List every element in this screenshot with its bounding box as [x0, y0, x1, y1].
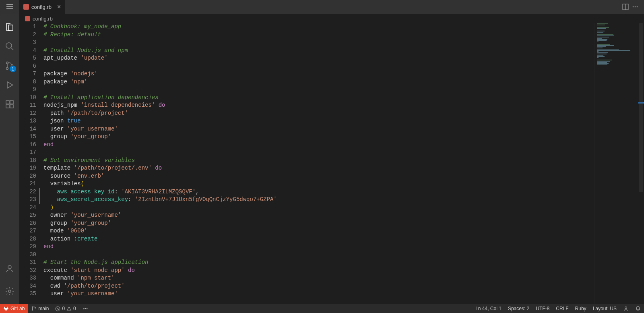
svg-point-15	[8, 290, 11, 292]
split-editor-icon[interactable]	[622, 4, 629, 10]
svg-rect-10	[6, 101, 9, 104]
svg-rect-12	[10, 105, 13, 108]
breadcrumb-filename: config.rb	[33, 16, 53, 22]
search-icon[interactable]	[0, 37, 19, 56]
status-layout[interactable]: Layout: US	[590, 304, 620, 313]
svg-point-16	[32, 307, 33, 307]
status-language[interactable]: Ruby	[572, 304, 590, 313]
app-menu-button[interactable]	[0, 0, 19, 14]
scrollbar-thumb[interactable]	[639, 23, 643, 192]
ruby-file-icon	[23, 4, 29, 10]
svg-point-8	[6, 68, 8, 70]
svg-point-17	[32, 310, 33, 311]
svg-point-7	[6, 62, 8, 64]
svg-rect-13	[10, 101, 13, 104]
svg-point-24	[625, 307, 627, 309]
svg-point-3	[635, 6, 636, 8]
scm-badge: 1	[10, 66, 16, 72]
accounts-icon[interactable]	[0, 259, 19, 278]
svg-point-18	[35, 307, 36, 308]
editor[interactable]: 1234567891011121314151617181920212223242…	[19, 23, 644, 304]
breadcrumb[interactable]: config.rb	[19, 14, 644, 23]
activity-bar: 1	[0, 14, 19, 304]
status-notifications-icon[interactable]	[632, 304, 644, 313]
svg-point-2	[633, 6, 634, 8]
close-tab-icon[interactable]: ×	[57, 3, 61, 10]
ruby-file-icon	[25, 16, 30, 21]
main-area: 1 config.rb 1234567891011121314151617181…	[0, 14, 644, 304]
status-eol[interactable]: CRLF	[553, 304, 572, 313]
status-indentation[interactable]: Spaces: 2	[505, 304, 533, 313]
svg-point-5	[6, 43, 12, 48]
status-branch[interactable]: main	[28, 304, 52, 313]
status-encoding[interactable]: UTF-8	[533, 304, 553, 313]
line-number-gutter: 1234567891011121314151617181920212223242…	[19, 23, 43, 304]
editor-tab[interactable]: config.rb ×	[19, 0, 65, 14]
status-bar: GitLab main 0 0 Ln 44, Col 1 Spaces: 2 U…	[0, 304, 644, 313]
status-problems[interactable]: 0 0	[52, 304, 79, 313]
status-feedback-icon[interactable]	[620, 304, 632, 313]
code-content[interactable]: # Cookbook: my_node_app# Recipe: default…	[43, 23, 594, 304]
source-control-icon[interactable]: 1	[0, 56, 19, 75]
status-gitlab[interactable]: GitLab	[0, 304, 28, 313]
minimap[interactable]	[594, 23, 638, 304]
svg-point-14	[8, 265, 11, 269]
scrollbar-vertical[interactable]	[638, 23, 644, 304]
status-cursor[interactable]: Ln 44, Col 1	[472, 304, 505, 313]
svg-point-23	[85, 308, 86, 309]
run-debug-icon[interactable]	[0, 75, 19, 95]
explorer-icon[interactable]	[0, 17, 19, 37]
settings-gear-icon[interactable]	[0, 282, 19, 301]
status-live-icon[interactable]	[79, 304, 91, 313]
svg-rect-11	[6, 105, 9, 108]
tab-filename: config.rb	[31, 4, 52, 10]
titlebar: config.rb ×	[0, 0, 644, 14]
extensions-icon[interactable]	[0, 95, 19, 114]
more-actions-icon[interactable]	[632, 4, 638, 10]
svg-line-6	[11, 48, 13, 50]
editor-area: config.rb 123456789101112131415161718192…	[19, 14, 644, 304]
svg-point-4	[637, 6, 638, 8]
